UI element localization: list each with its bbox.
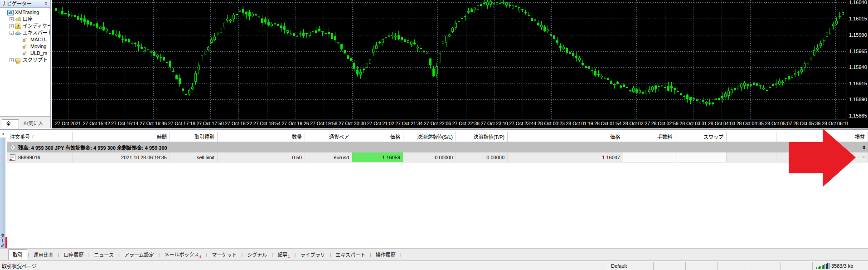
status-message: 取引状況ページ	[0, 262, 556, 270]
order-doc-icon	[10, 154, 15, 161]
expert-item-icon	[23, 37, 29, 43]
order-cell-数量: 0.50	[218, 152, 305, 162]
navigator-item-インディケータ[interactable]: +fインディケータ	[0, 23, 50, 29]
candlestick-series	[52, 0, 847, 119]
navigator-item-MACD-[interactable]: MACD-	[0, 36, 50, 43]
terminal-tab-アラーム設定[interactable]: アラーム設定	[120, 250, 158, 260]
navigator-tab-お気に入り[interactable]: お気に入り	[19, 119, 50, 128]
orders-table-header: 注文番号∕時間取引種別数量通貨ペア価格決済逆指値(S/L)決済指値(T/P)価格…	[7, 132, 868, 142]
order-cell-value: 0.00000	[435, 155, 453, 160]
expand-icon[interactable]: +	[10, 58, 14, 62]
navigator-close-icon[interactable]: x	[43, 0, 49, 6]
terminal-tab-ライブラリ[interactable]: ライブラリ	[296, 250, 329, 260]
order-cell-スワップ	[675, 152, 727, 162]
terminal-tab-メールボックス[interactable]: メールボックス8	[160, 249, 205, 260]
column-header[interactable]: 損益	[776, 132, 868, 142]
status-section	[781, 262, 812, 270]
column-header[interactable]: 決済逆指値(S/L)	[403, 132, 456, 142]
navigator-item-XMTrading[interactable]: XMTrading	[0, 9, 50, 16]
order-close-icon[interactable]: ×	[862, 155, 865, 160]
navigator-title-bar[interactable]: ナビゲーター x	[0, 0, 50, 8]
status-section	[653, 262, 685, 270]
script-icon	[15, 58, 21, 63]
order-cell-通貨ペア: eurusd	[305, 152, 352, 162]
status-sections: Default	[556, 262, 812, 270]
terminal-panel: x ターミナル 注文番号∕時間取引種別数量通貨ペア価格決済逆指値(S/L)決済指…	[0, 129, 868, 270]
navigator-item-label: インディケータ	[23, 23, 50, 29]
navigator-item-エキスパートア[interactable]: -エキスパートア	[0, 29, 50, 36]
function-icon: f	[15, 24, 21, 29]
terminal-side-bar[interactable]: ターミナル	[0, 137, 5, 261]
column-header[interactable]: 通貨ペア	[305, 132, 352, 142]
column-header[interactable]: スワップ	[675, 132, 727, 142]
navigator-title: ナビゲーター	[2, 1, 32, 6]
signal-bars-icon	[816, 263, 829, 269]
column-header[interactable]: 注文番号∕	[7, 132, 73, 142]
order-cell-value: 2021.10.28 06:19:35	[121, 155, 167, 160]
column-header[interactable]: 数量	[218, 132, 305, 142]
navigator-item-label: Moving	[30, 43, 46, 50]
tab-separator: |	[400, 252, 402, 257]
terminal-tab-口座履歴[interactable]: 口座履歴	[60, 250, 88, 260]
chart-profile[interactable]: Default	[608, 262, 653, 270]
order-row[interactable]: 868990162021.10.28 06:19:35sell limit0.5…	[7, 152, 868, 162]
navigator-item-スクリプト[interactable]: +スクリプト	[0, 57, 50, 64]
price-tick-label: 1.15915	[849, 81, 868, 86]
order-cell-col11	[727, 152, 776, 162]
order-cell-価格: 1.16047	[508, 152, 623, 162]
order-cell-時間: 2021.10.28 06:19:35	[73, 152, 170, 162]
column-header[interactable]: 価格	[352, 132, 403, 142]
order-cell-value: sell limit	[197, 155, 214, 160]
navigator-tree: XMTrading+口座+fインディケータ-エキスパートアMACD-Moving…	[0, 8, 50, 64]
navigator-item-Moving[interactable]: Moving	[0, 43, 50, 50]
balance-summary: 残高: 4 959 300 JPY 有効証拠金: 4 959 300 余剰証拠金…	[7, 142, 776, 152]
navigator-item-ULD_m[interactable]: ULD_m	[0, 50, 50, 57]
expand-icon[interactable]: +	[10, 17, 14, 21]
expert-advisor-icon	[15, 30, 21, 36]
navigator-item-口座[interactable]: +口座	[0, 16, 50, 23]
balance-row[interactable]: 残高: 4 959 300 JPY 有効証拠金: 4 959 300 余剰証拠金…	[7, 142, 868, 152]
order-cell-損益: ×	[776, 152, 868, 162]
accounts-icon	[15, 17, 21, 22]
balance-icon	[10, 145, 15, 150]
balance-text: 残高: 4 959 300 JPY 有効証拠金: 4 959 300 余剰証拠金…	[18, 144, 167, 151]
navigator-item-label: エキスパートア	[23, 29, 50, 36]
order-cell-注文番号: 86899016	[7, 152, 73, 162]
navigator-item-label: ULD_m	[30, 50, 47, 57]
order-cell-value: 1.16059	[382, 155, 400, 160]
sort-ascending-icon: ∕	[33, 134, 34, 139]
price-tick-label: 1.15940	[849, 64, 868, 70]
terminal-tab-操作履歴[interactable]: 操作履歴	[372, 250, 400, 260]
column-header[interactable]: 価格	[508, 132, 623, 142]
balance-profit: 0	[776, 142, 868, 152]
terminal-tab-シグナル[interactable]: シグナル	[243, 250, 271, 260]
order-cell-value: 1.16047	[602, 155, 620, 160]
order-cell-value: 0.00000	[486, 155, 504, 160]
terminal-close-icon[interactable]: x	[0, 131, 6, 137]
expand-icon[interactable]: +	[10, 24, 14, 28]
column-header[interactable]: 決済指値(T/P)	[456, 132, 508, 142]
connection-status: 3583/3 kb	[812, 262, 868, 270]
expert-item-icon	[23, 51, 29, 56]
column-header[interactable]: 取引種別	[170, 132, 218, 142]
terminal-tab-記事[interactable]: 記事1	[273, 249, 294, 260]
status-section	[556, 262, 608, 270]
terminal-tab-ニュース[interactable]: ニュース	[90, 250, 118, 260]
order-cell-value: eurusd	[334, 155, 349, 160]
terminal-tab-エキスパート[interactable]: エキスパート	[331, 250, 369, 260]
status-section	[749, 262, 781, 270]
order-cell-決済指値(T/P): 0.00000	[456, 152, 508, 162]
column-header[interactable]: 時間	[73, 132, 170, 142]
terminal-tab-運用比率[interactable]: 運用比率	[29, 250, 58, 260]
price-tick-label: 1.15865	[849, 113, 868, 118]
column-header[interactable]: 手数料	[623, 132, 675, 142]
status-section	[717, 262, 749, 270]
terminal-tab-マーケット[interactable]: マーケット	[208, 250, 241, 260]
navigator-tab-全般[interactable]: 全般	[2, 119, 19, 129]
terminal-tab-取引[interactable]: 取引	[8, 249, 27, 260]
price-tick-label: 1.16040	[849, 0, 868, 5]
price-chart[interactable]: 1.160401.160151.159901.159651.159401.159…	[52, 0, 868, 128]
column-header[interactable]	[727, 132, 776, 142]
collapse-icon[interactable]: -	[10, 31, 14, 35]
expert-item-icon	[23, 44, 29, 49]
